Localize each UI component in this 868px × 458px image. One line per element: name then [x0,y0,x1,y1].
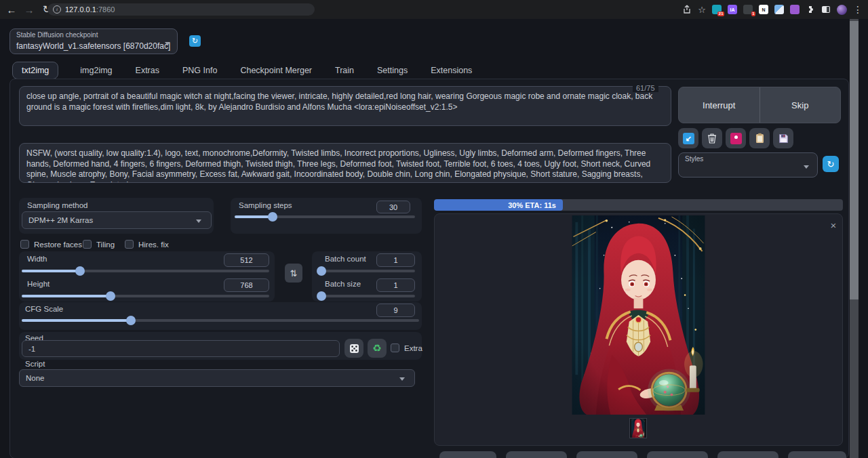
batch-count-value[interactable]: 1 [376,253,415,267]
width-label: Width [27,255,47,263]
extension-icon-pin[interactable]: 21 [712,5,722,14]
checkpoint-dropdown[interactable]: Stable Diffusion checkpoint fantasyWorld… [9,28,178,54]
stable-diffusion-webui-screen: ← → ↻ i 127.0.0.1:7860 ☆ 21 IA 1 N [0,0,868,458]
sidebar-icon[interactable] [821,5,831,14]
checkpoint-value: fantasyWorld_v1.safetensors [6870d20fac] [16,41,170,51]
bookmark-star-icon[interactable]: ☆ [698,5,706,14]
styles-refresh-button[interactable]: ↻ [823,156,839,172]
scrollbar-thumb[interactable] [850,21,859,299]
tab-img2img[interactable]: img2img [79,62,113,79]
gallery-action-button[interactable] [576,451,637,458]
token-counter: 61/75 [633,84,658,92]
batch-size-slider[interactable] [317,295,415,297]
forward-icon[interactable]: → [22,2,37,17]
chevron-down-icon [399,377,405,381]
extension-icon-purple[interactable] [790,5,800,14]
generated-image-preview[interactable] [572,215,705,415]
extension-badge: 1 [751,12,755,16]
back-icon[interactable]: ← [4,2,19,17]
refresh-icon: ↻ [827,159,835,169]
menu-kebab-icon[interactable]: ⋮ [853,5,863,14]
swap-dimensions-button[interactable]: ⇅ [285,264,302,283]
paste-params-button[interactable]: ↙ [678,128,698,148]
swap-icon: ⇅ [290,268,298,278]
checkpoint-label: Stable Diffusion checkpoint [16,31,171,39]
clear-prompt-button[interactable] [702,128,722,148]
interrupt-button[interactable]: Interrupt [679,87,760,123]
thumbnail-image [631,419,645,438]
share-icon[interactable] [682,5,692,14]
gallery-action-button[interactable] [439,451,496,458]
batch-count-slider[interactable] [317,270,415,272]
extension-icon-notion[interactable]: N [759,5,768,14]
refresh-icon: ↻ [192,37,198,45]
seed-value: -1 [28,345,35,353]
tab-extensions[interactable]: Extensions [429,62,473,79]
sampling-method-select[interactable]: DPM++ 2M Karras [22,211,212,229]
width-slider[interactable] [22,270,269,272]
hires-fix-label: Hires. fix [138,241,169,249]
tab-txt2img[interactable]: txt2img [12,62,58,79]
restore-faces-checkbox[interactable]: Restore faces [20,240,82,249]
save-style-button[interactable] [773,128,793,148]
main-tab-bar: txt2img img2img Extras PNG Info Checkpoi… [12,61,473,79]
sampling-steps-value[interactable]: 30 [376,201,410,213]
gallery-thumbnail[interactable] [629,418,647,438]
styles-dropdown[interactable]: Styles [678,152,818,178]
generation-progress-bar: 30% ETA: 11s [434,199,843,211]
tab-settings[interactable]: Settings [376,62,409,79]
tab-train[interactable]: Train [334,62,355,79]
chevron-down-icon [804,165,809,169]
puzzle-extensions-icon[interactable] [806,5,815,14]
trash-icon [707,133,717,144]
site-info-icon[interactable]: i [53,5,61,14]
tiling-label: Tiling [96,241,115,249]
checkbox-icon [83,240,92,249]
script-label: Script [25,360,45,368]
batch-size-value[interactable]: 1 [376,278,415,292]
gallery-action-button[interactable] [788,451,846,458]
browser-avatar[interactable] [837,5,847,15]
checkbox-icon [20,240,29,249]
styles-label: Styles [685,155,811,163]
apply-styles-button[interactable] [749,128,770,148]
reuse-seed-button[interactable]: ♻ [368,339,387,358]
height-label: Height [27,280,50,288]
extra-networks-button[interactable] [726,128,746,148]
height-slider[interactable] [22,295,269,297]
cfg-scale-value[interactable]: 9 [376,304,415,317]
address-bar[interactable]: i 127.0.0.1:7860 [47,3,315,16]
height-value[interactable]: 768 [224,278,269,292]
close-icon[interactable]: × [827,220,840,232]
checkpoint-refresh-button[interactable]: ↻ [189,35,201,47]
extension-badge: 21 [717,12,724,16]
gallery-action-button[interactable] [647,451,708,458]
width-value[interactable]: 512 [224,253,269,267]
sampling-steps-slider[interactable] [235,215,415,218]
seed-extra-label: Extra [404,344,422,352]
tiling-checkbox[interactable]: Tiling [83,240,115,249]
dice-icon [349,344,359,354]
restore-faces-label: Restore faces [34,241,82,249]
extension-icon-blue[interactable] [774,5,784,14]
cfg-scale-slider[interactable] [22,319,419,322]
clipboard-icon [755,133,764,144]
url-text: 127.0.0.1:7860 [65,5,115,14]
chevron-down-icon [165,42,170,45]
extension-icon-dark[interactable]: 1 [743,5,753,14]
tab-png-info[interactable]: PNG Info [181,62,218,79]
seed-input[interactable]: -1 [22,340,340,357]
tab-extras[interactable]: Extras [134,62,161,79]
extension-icon-ia[interactable]: IA [728,5,737,14]
random-seed-button[interactable] [344,339,363,358]
seed-extra-checkbox[interactable]: Extra [391,344,422,352]
hires-fix-checkbox[interactable]: Hires. fix [125,240,169,249]
script-select[interactable]: None [19,369,415,387]
skip-button[interactable]: Skip [760,87,841,123]
prompt-tool-row: ↙ [678,128,793,148]
tab-checkpoint-merger[interactable]: Checkpoint Merger [239,62,313,79]
prompt-input[interactable]: close up angle, portrait of a beautiful … [19,86,671,126]
gallery-action-button[interactable] [506,451,567,458]
negative-prompt-input[interactable]: NSFW, (worst quality, low quality:1.4), … [19,143,671,183]
gallery-action-button[interactable] [717,451,778,458]
